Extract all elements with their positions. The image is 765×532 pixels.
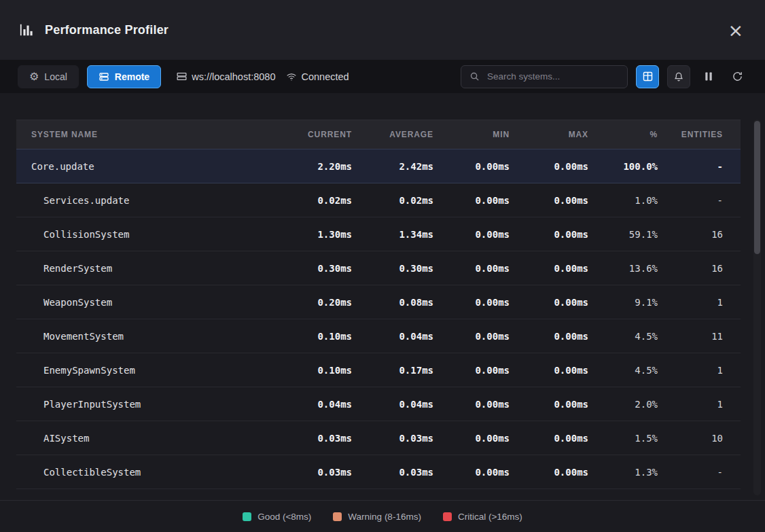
cell-current: 0.10ms [270, 365, 352, 376]
column-header-[interactable]: % [588, 130, 658, 139]
system-name: MovementSystem [16, 331, 270, 342]
scrollbar-thumb[interactable] [754, 121, 760, 254]
performance-profiler-window: Performance Profiler × ⚙ Local Remote [0, 0, 765, 532]
search-input[interactable] [486, 71, 619, 82]
legend-swatch [243, 512, 251, 521]
cell-percent: 1.5% [588, 433, 658, 444]
table-row[interactable]: EnemySpawnSystem0.10ms0.17ms0.00ms0.00ms… [16, 353, 741, 387]
legend-item: Critical (>16ms) [443, 512, 522, 522]
cell-max: 0.00ms [510, 297, 588, 308]
column-header-entities[interactable]: ENTITIES [658, 130, 723, 139]
cell-min: 0.00ms [433, 467, 510, 478]
system-name: CollisionSystem [16, 229, 270, 240]
table-row[interactable]: Services.update0.02ms0.02ms0.00ms0.00ms1… [16, 183, 741, 217]
column-header-min[interactable]: MIN [433, 130, 510, 139]
websocket-url-text: ws://localhost:8080 [192, 71, 275, 82]
cell-percent: 1.3% [588, 467, 658, 478]
cell-percent: 9.1% [588, 297, 658, 308]
legend-swatch [333, 512, 342, 521]
window-title: Performance Profiler [45, 23, 168, 37]
table-row[interactable]: WeaponSystem0.20ms0.08ms0.00ms0.00ms9.1%… [16, 285, 741, 319]
gear-icon: ⚙ [29, 70, 39, 83]
cell-average: 0.04ms [352, 399, 433, 410]
table-row[interactable]: CollisionSystem1.30ms1.34ms0.00ms0.00ms5… [16, 217, 741, 251]
cell-max: 0.00ms [510, 263, 588, 274]
close-button[interactable]: × [725, 21, 746, 39]
cell-percent: 1.0% [588, 195, 658, 206]
column-header-average[interactable]: AVERAGE [352, 130, 433, 139]
column-header-system-name[interactable]: SYSTEM NAME [16, 130, 270, 139]
pause-icon [704, 71, 713, 82]
table-row[interactable]: Core.update2.20ms2.42ms0.00ms0.00ms100.0… [16, 149, 741, 183]
cell-min: 0.00ms [433, 365, 510, 376]
local-tab-button[interactable]: ⚙ Local [18, 65, 79, 88]
table-row[interactable]: RenderSystem0.30ms0.30ms0.00ms0.00ms13.6… [16, 251, 741, 285]
refresh-icon [732, 71, 743, 82]
cell-entities: - [658, 161, 723, 172]
legend-swatch [443, 512, 452, 521]
bar-chart-icon [19, 22, 34, 37]
cell-average: 0.03ms [352, 433, 433, 444]
cell-entities: 11 [658, 331, 723, 342]
server-icon [99, 71, 109, 82]
systems-table: SYSTEM NAMECURRENTAVERAGEMINMAX%ENTITIES… [16, 120, 741, 489]
system-name: PlayerInputSystem [16, 399, 270, 410]
host-icon [176, 71, 188, 82]
legend-item: Warning (8-16ms) [333, 512, 421, 522]
cell-entities: 1 [658, 399, 723, 410]
remote-tab-button[interactable]: Remote [87, 65, 161, 88]
refresh-button[interactable] [727, 67, 747, 87]
cell-min: 0.00ms [433, 161, 510, 172]
cell-entities: 16 [658, 229, 723, 240]
column-header-max[interactable]: MAX [510, 130, 588, 139]
scrollbar-track[interactable] [753, 120, 761, 495]
alerts-button[interactable] [667, 65, 690, 88]
cell-max: 0.00ms [510, 195, 588, 206]
cell-current: 0.03ms [270, 433, 352, 444]
cell-current: 0.10ms [270, 331, 352, 342]
cell-max: 0.00ms [510, 467, 588, 478]
pause-button[interactable] [698, 67, 719, 87]
wifi-icon [285, 71, 298, 82]
cell-entities: 10 [658, 433, 723, 444]
cell-entities: 16 [658, 263, 723, 274]
table-row[interactable]: AISystem0.03ms0.03ms0.00ms0.00ms1.5%10 [16, 421, 741, 455]
cell-min: 0.00ms [433, 229, 510, 240]
grid-view-button[interactable] [636, 65, 659, 88]
cell-percent: 2.0% [588, 399, 658, 410]
search-box [461, 65, 628, 88]
local-tab-label: Local [44, 71, 67, 82]
search-icon [469, 71, 480, 82]
legend: Good (<8ms)Warning (8-16ms)Critical (>16… [0, 500, 765, 532]
table-row[interactable]: MovementSystem0.10ms0.04ms0.00ms0.00ms4.… [16, 319, 741, 353]
cell-entities: - [658, 195, 723, 206]
toolbar: ⚙ Local Remote ws:// [0, 60, 765, 93]
cell-percent: 4.5% [588, 365, 658, 376]
system-name: Services.update [16, 195, 270, 206]
table-row[interactable]: PlayerInputSystem0.04ms0.04ms0.00ms0.00m… [16, 387, 741, 421]
cell-average: 0.03ms [352, 467, 433, 478]
connection-status: Connected [285, 71, 349, 82]
cell-min: 0.00ms [433, 195, 510, 206]
cell-min: 0.00ms [433, 399, 510, 410]
cell-current: 2.20ms [270, 161, 352, 172]
system-name: RenderSystem [16, 263, 270, 274]
connection-status-text: Connected [302, 71, 349, 82]
cell-min: 0.00ms [433, 263, 510, 274]
column-header-current[interactable]: CURRENT [270, 130, 352, 139]
legend-label: Critical (>16ms) [458, 512, 522, 522]
cell-min: 0.00ms [433, 331, 510, 342]
cell-average: 0.30ms [352, 263, 433, 274]
cell-max: 0.00ms [510, 365, 588, 376]
cell-entities: - [658, 467, 723, 478]
cell-average: 1.34ms [352, 229, 433, 240]
system-name: CollectibleSystem [16, 467, 270, 478]
table-row[interactable]: CollectibleSystem0.03ms0.03ms0.00ms0.00m… [16, 455, 741, 489]
cell-min: 0.00ms [433, 433, 510, 444]
cell-average: 0.02ms [352, 195, 433, 206]
bell-icon [673, 71, 684, 82]
system-name: AISystem [16, 433, 270, 444]
cell-current: 0.04ms [270, 399, 352, 410]
table-header-row: SYSTEM NAMECURRENTAVERAGEMINMAX%ENTITIES [16, 120, 741, 149]
cell-percent: 13.6% [588, 263, 658, 274]
